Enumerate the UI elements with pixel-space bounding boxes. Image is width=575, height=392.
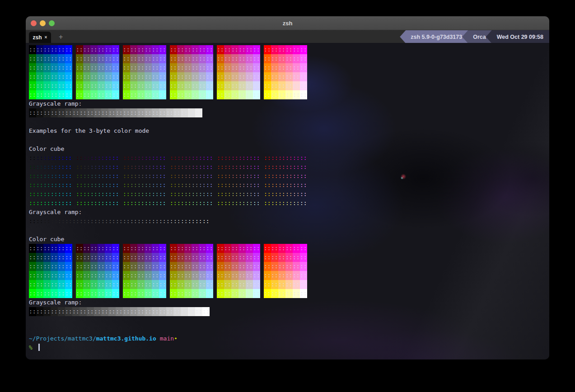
color-cell: :: — [264, 190, 271, 199]
color-cell: :: — [43, 54, 51, 63]
new-tab-button[interactable]: + — [57, 30, 65, 43]
tab-zsh[interactable]: zsh × — [29, 32, 51, 43]
color-cell: :: — [83, 244, 90, 253]
color-cell: :: — [137, 54, 145, 63]
status-shell-version: zsh 5.9-0-g73d3173 — [400, 30, 468, 43]
color-cell: :: — [58, 181, 65, 190]
grayscale-ramp-true-bg: ::::::::::::::::::::::::::::::::::::::::… — [29, 307, 549, 316]
color-cell: :: — [83, 199, 90, 208]
color-cell: :: — [152, 262, 159, 271]
color-cell: :: — [98, 81, 105, 90]
zoom-window-button[interactable] — [49, 20, 55, 26]
color-cell: :: — [51, 262, 58, 271]
color-cell: :: — [98, 181, 105, 190]
color-cell: :: — [83, 181, 90, 190]
color-cell: :: — [137, 244, 145, 253]
color-cell: :: — [224, 45, 231, 54]
color-cell: :: — [123, 289, 130, 298]
color-cell: :: — [285, 81, 293, 90]
gray-cell: :: — [123, 217, 130, 226]
grayscale-label-1: Grayscale ramp: — [29, 99, 549, 108]
color-cell: :: — [206, 172, 213, 181]
color-cell: :: — [29, 72, 36, 81]
gray-cell: :: — [181, 108, 188, 117]
color-cell: :: — [253, 253, 260, 262]
gray-cell: :: — [36, 307, 43, 316]
color-cell: :: — [51, 45, 58, 54]
cube-block: ::::::::::::::::::::::::::::::::::::::::… — [123, 244, 166, 298]
color-cell: :: — [90, 81, 98, 90]
prompt-repo: mattmc3.github.io — [96, 335, 156, 342]
color-cell: :: — [224, 81, 231, 90]
blank-line — [29, 117, 549, 126]
cube-block: ::::::::::::::::::::::::::::::::::::::::… — [264, 244, 307, 298]
color-cell: :: — [278, 81, 285, 90]
color-cell: :: — [152, 199, 159, 208]
color-cell: :: — [231, 90, 238, 99]
color-cell: :: — [123, 244, 130, 253]
color-cell: :: — [170, 72, 177, 81]
color-cell: :: — [184, 244, 192, 253]
color-cell: :: — [152, 244, 159, 253]
color-cell: :: — [253, 81, 260, 90]
color-cell: :: — [137, 72, 145, 81]
gray-cell: :: — [123, 307, 130, 316]
color-cell: :: — [112, 154, 119, 163]
gray-cell: :: — [152, 307, 159, 316]
color-cell: :: — [238, 262, 246, 271]
terminal-viewport[interactable]: ::::::::::::::::::::::::::::::::::::::::… — [26, 43, 549, 359]
color-cell: :: — [65, 199, 72, 208]
cube-block: ::::::::::::::::::::::::::::::::::::::::… — [264, 154, 307, 208]
color-cell: :: — [29, 45, 36, 54]
color-cell: :: — [217, 45, 224, 54]
tab-close-icon[interactable]: × — [45, 35, 47, 40]
prompt-line-input[interactable]: % — [29, 343, 549, 352]
close-window-button[interactable] — [31, 20, 37, 26]
color-cell: :: — [76, 154, 83, 163]
color-cell: :: — [285, 181, 293, 190]
color-cell: :: — [36, 63, 43, 72]
color-cell: :: — [246, 163, 253, 172]
color-cell: :: — [278, 244, 285, 253]
color-cell: :: — [145, 81, 152, 90]
color-cell: :: — [285, 172, 293, 181]
color-cell: :: — [231, 244, 238, 253]
color-cell: :: — [51, 190, 58, 199]
color-cell: :: — [206, 181, 213, 190]
color-cell: :: — [90, 181, 98, 190]
color-cell: :: — [293, 163, 300, 172]
color-cell: :: — [278, 45, 285, 54]
color-cell: :: — [199, 163, 206, 172]
color-cell: :: — [65, 244, 72, 253]
color-cell: :: — [300, 280, 307, 289]
gray-cell: :: — [137, 217, 145, 226]
color-cell: :: — [43, 63, 51, 72]
color-cell: :: — [264, 63, 271, 72]
color-cell: :: — [199, 54, 206, 63]
color-cell: :: — [238, 190, 246, 199]
color-cell: :: — [145, 280, 152, 289]
color-cell: :: — [51, 54, 58, 63]
color-cell: :: — [278, 280, 285, 289]
minimize-window-button[interactable] — [40, 20, 46, 26]
gray-cell: :: — [188, 307, 195, 316]
color-cell: :: — [231, 163, 238, 172]
titlebar[interactable]: zsh — [26, 16, 549, 30]
color-cell: :: — [217, 280, 224, 289]
color-cell: :: — [145, 253, 152, 262]
color-cell: :: — [36, 199, 43, 208]
color-cell: :: — [217, 81, 224, 90]
color-cell: :: — [83, 81, 90, 90]
color-cell: :: — [51, 90, 58, 99]
color-cell: :: — [112, 262, 119, 271]
gray-cell: :: — [79, 217, 87, 226]
gray-cell: :: — [123, 108, 130, 117]
gray-cell: :: — [87, 108, 94, 117]
color-cell: :: — [90, 262, 98, 271]
color-cell: :: — [184, 63, 192, 72]
color-cell: :: — [123, 63, 130, 72]
color-cell: :: — [271, 253, 278, 262]
color-cell: :: — [246, 63, 253, 72]
color-cell: :: — [238, 172, 246, 181]
color-cell: :: — [112, 172, 119, 181]
